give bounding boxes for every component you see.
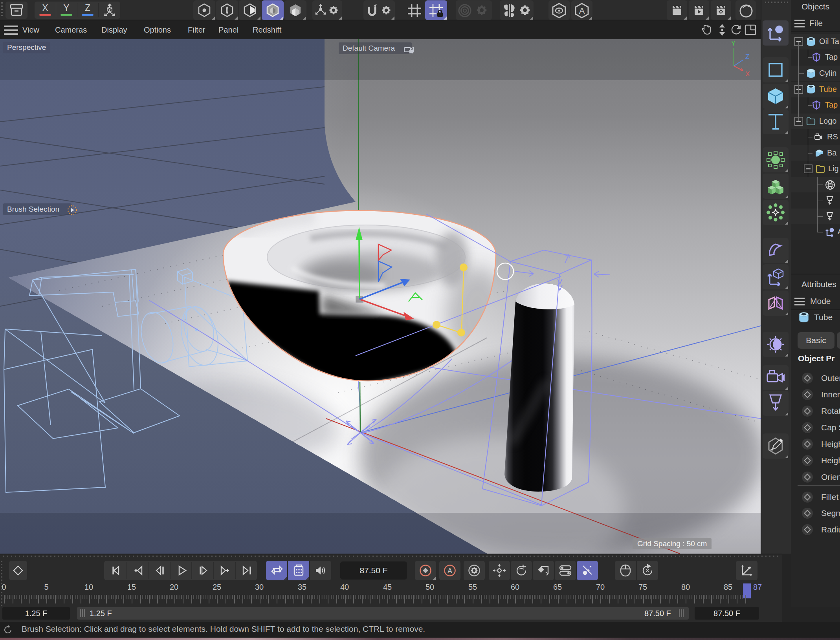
svg-text:Y: Y xyxy=(731,40,735,47)
svg-text:X: X xyxy=(745,70,750,78)
svg-text:A: A xyxy=(448,567,452,575)
svg-text:A: A xyxy=(579,6,585,16)
svg-text:Z: Z xyxy=(745,53,749,60)
